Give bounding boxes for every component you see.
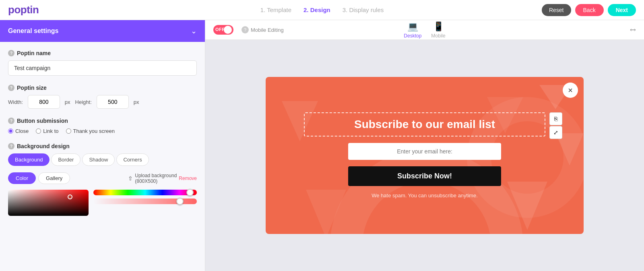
bg-tab-border[interactable]: Border [51, 153, 80, 166]
rainbow-thumb[interactable] [186, 189, 194, 196]
upload-label: Upload background (800X500) [135, 173, 177, 184]
width-input[interactable] [28, 95, 60, 109]
color-gallery-buttons: Color Gallery [8, 172, 70, 184]
logo-text: poptin [8, 4, 39, 16]
mobile-btn[interactable]: 📱 Mobile [431, 21, 445, 39]
popup-submit-btn[interactable]: Subscribe Now! [348, 166, 501, 186]
top-nav: poptin 1. Template 2. Design 3. Display … [0, 0, 644, 20]
poptin-name-input[interactable] [8, 60, 197, 76]
mobile-editing-help-icon[interactable]: ? [242, 26, 249, 33]
size-row: Width: px Height: px [8, 95, 197, 109]
radio-link-to[interactable]: Link to [36, 128, 58, 134]
poptin-size-help-icon[interactable]: ? [8, 85, 14, 91]
upload-background-btn[interactable]: ⇧ Upload background (800X500) Remove [128, 173, 197, 184]
panel-collapse-icon[interactable]: ⌄ [191, 27, 197, 35]
popup-email-input[interactable] [348, 143, 501, 160]
left-panel: General settings ⌄ ? Poptin name ? Popti… [0, 20, 205, 271]
preview-area: × Subscribe to our email list ⎘ ⤢ Subscr… [205, 40, 644, 271]
alpha-thumb[interactable] [176, 198, 184, 205]
color-gallery-row: Color Gallery ⇧ Upload background (800X5… [8, 172, 197, 184]
popup-title-wrapper: Subscribe to our email list ⎘ ⤢ [304, 112, 545, 137]
width-label: Width: [8, 99, 23, 105]
background-design-label: ? Background design [8, 143, 197, 149]
toggle-off-label: OFF [215, 27, 225, 32]
logo: poptin [8, 4, 39, 16]
bg-tab-corners[interactable]: Corners [116, 153, 149, 166]
panel-body: ? Poptin name ? Poptin size Width: px He… [0, 42, 205, 233]
radio-close[interactable]: Close [8, 128, 29, 134]
bg-tab-shadow[interactable]: Shadow [82, 153, 115, 166]
popup-close-btn[interactable]: × [563, 83, 578, 98]
popup-title-actions: ⎘ ⤢ [549, 112, 562, 139]
reset-button[interactable]: Reset [542, 4, 571, 16]
color-handle[interactable] [68, 194, 72, 199]
step-2[interactable]: 2. Design [303, 6, 330, 13]
back-button[interactable]: Back [575, 4, 604, 16]
toggle-switch[interactable]: OFF [213, 25, 233, 35]
radio-thank-you[interactable]: Thank you screen [66, 128, 115, 134]
poptin-size-section: ? Poptin size Width: px Height: px [8, 85, 197, 109]
rainbow-slider[interactable] [93, 190, 197, 195]
panel-title: General settings [8, 27, 58, 35]
mobile-editing: ? Mobile Editing [242, 26, 284, 33]
toggle-track: OFF [213, 25, 233, 35]
color-gradient[interactable] [8, 190, 89, 216]
color-picker-area [8, 190, 197, 216]
background-design-help-icon[interactable]: ? [8, 143, 14, 149]
expand-icon[interactable]: ⤢ [627, 25, 638, 35]
remove-label[interactable]: Remove [179, 176, 197, 181]
alpha-slider[interactable] [93, 199, 197, 204]
desktop-icon: 💻 [407, 21, 418, 32]
radio-row: Close Link to Thank you screen [8, 128, 197, 134]
preview-toolbar: OFF ? Mobile Editing 💻 Desktop 📱 Mobile … [205, 20, 644, 40]
panel-header: General settings ⌄ [0, 20, 205, 42]
popup-title-box[interactable]: Subscribe to our email list [304, 112, 545, 137]
upload-icon: ⇧ [128, 175, 133, 182]
popup-title: Subscribe to our email list [354, 118, 495, 130]
popup-spam-text: We hate spam. You can unsubscribe anytim… [372, 192, 478, 199]
device-buttons: 💻 Desktop 📱 Mobile [404, 21, 445, 39]
background-design-section: ? Background design Background Border Sh… [8, 143, 197, 216]
step-3[interactable]: 3. Display rules [343, 6, 384, 13]
desktop-btn[interactable]: 💻 Desktop [404, 21, 421, 39]
popup: × Subscribe to our email list ⎘ ⤢ Subscr… [266, 77, 584, 234]
color-btn[interactable]: Color [8, 172, 36, 184]
height-px: px [134, 99, 139, 105]
step-1[interactable]: 1. Template [260, 6, 291, 13]
width-px: px [65, 99, 70, 105]
next-button[interactable]: Next [608, 4, 636, 16]
nav-buttons: Reset Back Next [542, 4, 636, 16]
right-panel: OFF ? Mobile Editing 💻 Desktop 📱 Mobile … [205, 20, 644, 271]
gallery-btn[interactable]: Gallery [38, 172, 70, 184]
steps: 1. Template 2. Design 3. Display rules [260, 6, 384, 13]
bg-tabs: Background Border Shadow Corners [8, 153, 197, 166]
main-layout: General settings ⌄ ? Poptin name ? Popti… [0, 20, 644, 271]
poptin-name-section: ? Poptin name [8, 50, 197, 76]
popup-resize-btn[interactable]: ⤢ [549, 126, 562, 139]
popup-copy-btn[interactable]: ⎘ [549, 112, 562, 125]
poptin-name-help-icon[interactable]: ? [8, 50, 14, 56]
height-input[interactable] [97, 95, 129, 109]
poptin-size-label: ? Poptin size [8, 85, 197, 91]
mobile-icon: 📱 [433, 21, 444, 32]
button-submission-label: ? Button submission [8, 118, 197, 124]
bg-tab-background[interactable]: Background [8, 153, 50, 166]
color-sliders [93, 190, 197, 204]
height-label: Height: [75, 99, 92, 105]
button-submission-section: ? Button submission Close Link to Thank … [8, 118, 197, 134]
button-submission-help-icon[interactable]: ? [8, 118, 14, 124]
poptin-name-label: ? Poptin name [8, 50, 197, 56]
